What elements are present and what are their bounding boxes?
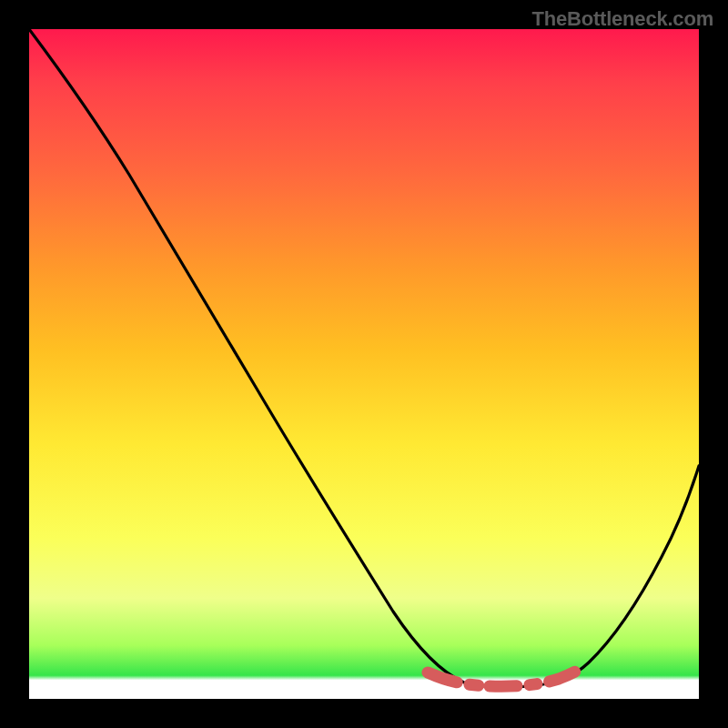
background-gradient bbox=[29, 29, 699, 699]
plot-area bbox=[29, 29, 699, 699]
chart-frame: TheBottleneck.com bbox=[0, 0, 728, 728]
watermark-text: TheBottleneck.com bbox=[531, 7, 713, 31]
